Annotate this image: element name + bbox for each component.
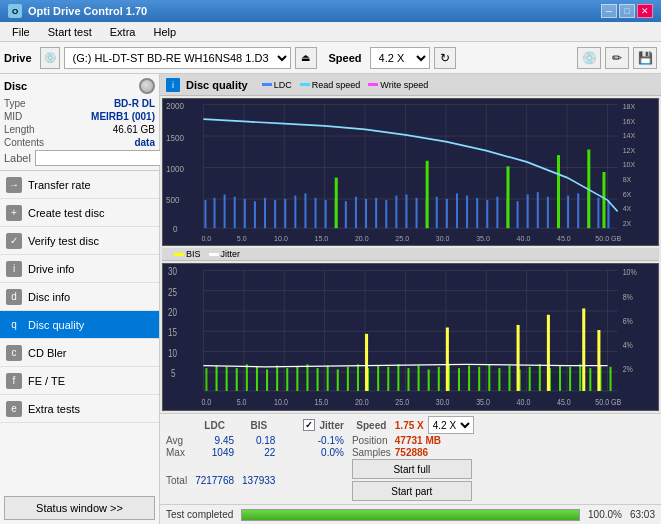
write-button[interactable]: ✏ (605, 47, 629, 69)
sidebar-item-drive-info[interactable]: i Drive info (0, 255, 159, 283)
save-button[interactable]: 💾 (633, 47, 657, 69)
jitter-checkbox[interactable]: ✓ (303, 419, 315, 431)
svg-rect-26 (294, 196, 296, 229)
drive-select[interactable]: (G:) HL-DT-ST BD-RE WH16NS48 1.D3 (64, 47, 291, 69)
svg-text:5: 5 (171, 368, 175, 379)
start-part-button[interactable]: Start part (352, 481, 472, 501)
progress-bar-fill (242, 510, 579, 520)
svg-rect-116 (286, 368, 288, 391)
status-window-button[interactable]: Status window >> (4, 496, 155, 520)
jitter-header: ✓ Jitter (303, 419, 343, 431)
sidebar-item-disc-quality[interactable]: q Disc quality (0, 311, 159, 339)
svg-rect-61 (557, 155, 560, 228)
close-button[interactable]: ✕ (637, 4, 653, 18)
sidebar-item-label: CD Bler (28, 347, 67, 359)
svg-rect-140 (529, 367, 531, 391)
drive-toolbar: Drive 💿 (G:) HL-DT-ST BD-RE WH16NS48 1.D… (0, 42, 661, 74)
stats-col-speed-select[interactable]: 4.2 X (428, 416, 478, 435)
svg-rect-141 (539, 364, 541, 391)
svg-text:6%: 6% (623, 316, 633, 326)
stats-col-jitter: ✓ Jitter (303, 416, 351, 435)
legend-jitter: Jitter (209, 249, 241, 259)
disc-length-row: Length 46.61 GB (4, 124, 155, 135)
svg-rect-51 (547, 197, 549, 228)
svg-rect-129 (418, 366, 420, 391)
eject-button[interactable]: ⏏ (295, 47, 317, 69)
svg-rect-41 (446, 199, 448, 228)
disc-button[interactable]: 💿 (577, 47, 601, 69)
svg-text:35.0: 35.0 (476, 233, 490, 242)
sidebar-item-label: Create test disc (28, 207, 104, 219)
svg-text:18X: 18X (623, 102, 636, 111)
svg-rect-32 (355, 197, 357, 228)
samples-label: Samples (352, 447, 395, 459)
menu-file[interactable]: File (4, 24, 38, 40)
minimize-button[interactable]: ─ (601, 4, 617, 18)
svg-rect-29 (325, 200, 327, 228)
svg-rect-125 (377, 366, 379, 391)
svg-rect-50 (537, 192, 539, 228)
menu-extra[interactable]: Extra (102, 24, 144, 40)
svg-rect-130 (428, 369, 430, 391)
sidebar-item-create-test-disc[interactable]: + Create test disc (0, 199, 159, 227)
disc-quality-header: i Disc quality LDC Read speed Write spee… (160, 74, 661, 96)
sidebar-item-label: Transfer rate (28, 179, 91, 191)
svg-rect-38 (416, 198, 418, 228)
svg-text:1500: 1500 (166, 132, 184, 143)
svg-rect-19 (224, 194, 226, 228)
start-full-button[interactable]: Start full (352, 459, 472, 479)
menu-help[interactable]: Help (145, 24, 184, 40)
progress-bar (241, 509, 580, 521)
svg-text:6X: 6X (623, 189, 632, 198)
svg-rect-40 (436, 197, 438, 228)
svg-rect-44 (476, 198, 478, 228)
svg-text:40.0: 40.0 (517, 397, 531, 407)
svg-rect-45 (486, 200, 488, 228)
maximize-button[interactable]: □ (619, 4, 635, 18)
bis-chart: 30 25 20 15 10 5 10% 8% 6% 4% 2% 0.0 5.0… (162, 263, 659, 411)
disc-mid-row: MID MEIRB1 (001) (4, 111, 155, 122)
sidebar-item-fe-te[interactable]: f FE / TE (0, 367, 159, 395)
sidebar-item-verify-test-disc[interactable]: ✓ Verify test disc (0, 227, 159, 255)
label-input[interactable] (35, 150, 168, 166)
stats-speed-dropdown[interactable]: 4.2 X (428, 416, 474, 434)
stats-col-speed-label: Speed (352, 416, 395, 435)
drive-info-icon: i (6, 261, 22, 277)
stats-col-ldc: LDC (195, 416, 242, 435)
legend-ldc-color (262, 83, 272, 86)
stats-table: LDC BIS ✓ Jitter Speed (166, 416, 478, 502)
sidebar-item-transfer-rate[interactable]: → Transfer rate (0, 171, 159, 199)
svg-text:15: 15 (168, 328, 177, 339)
svg-text:10.0: 10.0 (274, 233, 288, 242)
svg-rect-24 (274, 200, 276, 228)
svg-rect-58 (335, 178, 338, 229)
position-label: Position (352, 435, 395, 447)
speed-select[interactable]: 4.2 X (370, 47, 430, 69)
disc-label-row: Label ⚙ (4, 150, 155, 166)
refresh-button[interactable]: ↻ (434, 47, 456, 69)
svg-rect-108 (205, 368, 207, 391)
svg-rect-23 (264, 198, 266, 228)
speed-label: Speed (329, 52, 362, 64)
sidebar-item-cd-bler[interactable]: c CD Bler (0, 339, 159, 367)
sidebar-item-disc-info[interactable]: d Disc info (0, 283, 159, 311)
svg-rect-123 (357, 364, 359, 391)
sidebar-item-extra-tests[interactable]: e Extra tests (0, 395, 159, 423)
svg-rect-146 (589, 368, 591, 391)
svg-text:50.0 GB: 50.0 GB (595, 397, 621, 407)
title-bar: O Opti Drive Control 1.70 ─ □ ✕ (0, 0, 661, 22)
position-value: 47731 MB (395, 435, 478, 447)
charts-container: 2000 1500 1000 500 0 18X 16X 14X 12X 10X… (160, 96, 661, 413)
menu-start-test[interactable]: Start test (40, 24, 100, 40)
disc-quality-title: Disc quality (186, 79, 248, 91)
svg-rect-63 (602, 172, 605, 228)
fe-te-icon: f (6, 373, 22, 389)
svg-text:500: 500 (166, 195, 180, 206)
svg-rect-122 (347, 367, 349, 391)
chart1-legend: LDC Read speed Write speed (262, 80, 428, 90)
svg-rect-22 (254, 201, 256, 228)
legend-write-speed-color (368, 83, 378, 86)
svg-rect-138 (508, 366, 510, 391)
svg-text:5.0: 5.0 (237, 233, 247, 242)
stats-max-row: Max 1049 22 0.0% Samples 752886 (166, 447, 478, 459)
